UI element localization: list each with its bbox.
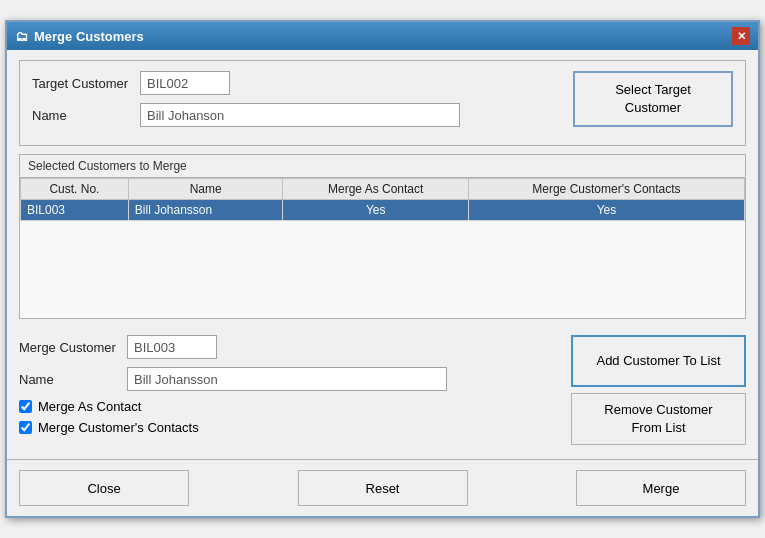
name-row-bottom: Name xyxy=(19,367,551,391)
group-box-label: Selected Customers to Merge xyxy=(20,155,745,178)
merge-customers-contacts-label: Merge Customer's Contacts xyxy=(38,420,199,435)
col-merge-as-contact: Merge As Contact xyxy=(283,179,468,200)
merge-as-contact-checkbox[interactable] xyxy=(19,400,32,413)
cell-name: Bill Johansson xyxy=(128,200,283,221)
top-fields: Target Customer Name xyxy=(32,71,553,135)
table-row[interactable]: BIL003 Bill Johansson Yes Yes xyxy=(21,200,745,221)
dialog-body: Target Customer Name Select Target Custo… xyxy=(7,50,758,459)
bottom-right-buttons: Add Customer To List Remove CustomerFrom… xyxy=(571,335,746,445)
merge-button[interactable]: Merge xyxy=(576,470,746,506)
merge-customers-contacts-row: Merge Customer's Contacts xyxy=(19,420,551,435)
name-label-top: Name xyxy=(32,108,132,123)
col-cust-no: Cust. No. xyxy=(21,179,129,200)
name-input-bottom[interactable] xyxy=(127,367,447,391)
merge-customer-input[interactable] xyxy=(127,335,217,359)
target-customer-label: Target Customer xyxy=(32,76,132,91)
close-icon-button[interactable]: ✕ xyxy=(732,27,750,45)
cell-merge-as-contact: Yes xyxy=(283,200,468,221)
table-header-row: Cust. No. Name Merge As Contact Merge Cu… xyxy=(21,179,745,200)
merge-customer-row: Merge Customer xyxy=(19,335,551,359)
merge-as-contact-row: Merge As Contact xyxy=(19,399,551,414)
col-merge-customers-contacts: Merge Customer's Contacts xyxy=(468,179,744,200)
customers-table-container[interactable]: Cust. No. Name Merge As Contact Merge Cu… xyxy=(20,178,745,318)
bottom-left-fields: Merge Customer Name Merge As Contact Mer… xyxy=(19,335,551,441)
merge-customers-dialog: 🗂 Merge Customers ✕ Target Customer Name… xyxy=(5,20,760,518)
merge-customer-label: Merge Customer xyxy=(19,340,119,355)
bottom-section: Merge Customer Name Merge As Contact Mer… xyxy=(19,327,746,449)
name-label-bottom: Name xyxy=(19,372,119,387)
merge-as-contact-checkbox-label: Merge As Contact xyxy=(38,399,141,414)
target-customer-input[interactable] xyxy=(140,71,230,95)
selected-customers-group: Selected Customers to Merge Cust. No. Na… xyxy=(19,154,746,319)
dialog-title: Merge Customers xyxy=(34,29,144,44)
top-section: Target Customer Name Select Target Custo… xyxy=(19,60,746,146)
cell-merge-customers-contacts: Yes xyxy=(468,200,744,221)
title-bar: 🗂 Merge Customers ✕ xyxy=(7,22,758,50)
col-name: Name xyxy=(128,179,283,200)
name-input-top[interactable] xyxy=(140,103,460,127)
remove-customer-from-list-button[interactable]: Remove CustomerFrom List xyxy=(571,393,746,445)
customers-table: Cust. No. Name Merge As Contact Merge Cu… xyxy=(20,178,745,221)
reset-button[interactable]: Reset xyxy=(298,470,468,506)
dialog-title-icon: 🗂 xyxy=(15,29,28,44)
merge-customers-contacts-checkbox[interactable] xyxy=(19,421,32,434)
name-row: Name xyxy=(32,103,553,127)
select-target-customer-button[interactable]: Select Target Customer xyxy=(573,71,733,127)
close-button[interactable]: Close xyxy=(19,470,189,506)
dialog-footer: Close Reset Merge xyxy=(7,459,758,516)
add-customer-to-list-button[interactable]: Add Customer To List xyxy=(571,335,746,387)
target-customer-row: Target Customer xyxy=(32,71,553,95)
cell-cust-no: BIL003 xyxy=(21,200,129,221)
